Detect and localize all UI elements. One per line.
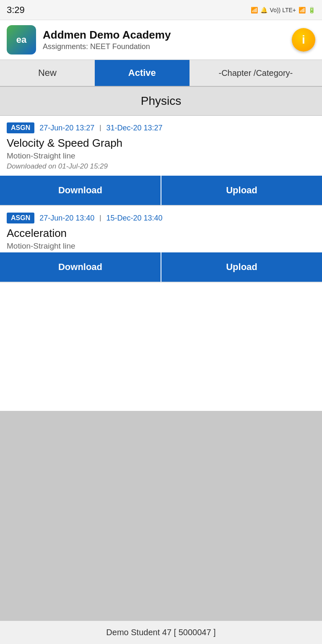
app-header: ea Addmen Demo Academy Assignments: NEET… [0, 20, 322, 60]
download-button-2[interactable]: Download [0, 252, 161, 282]
end-date-2: 15-Dec-20 13:40 [106, 214, 163, 223]
app-title: Addmen Demo Academy [43, 29, 285, 42]
section-header: Physics [0, 87, 322, 116]
assignment-item: ASGN 27-Jun-20 13:40 | 15-Dec-20 13:40 A… [0, 206, 322, 283]
separator-1: | [99, 124, 101, 132]
assignment-category-2: Motion-Straight line [7, 242, 315, 251]
info-button[interactable]: i [292, 28, 315, 52]
network-text: Vo)) LTE+ [270, 7, 296, 13]
asgn-badge-2: ASGN [7, 213, 34, 223]
upload-button-1[interactable]: Upload [161, 176, 322, 205]
status-time: 3:29 [7, 5, 25, 16]
empty-area [0, 411, 322, 621]
signal-icon: 📶 [299, 7, 306, 13]
assignment-meta-2: ASGN 27-Jun-20 13:40 | 15-Dec-20 13:40 [7, 213, 315, 223]
asgn-badge-1: ASGN [7, 122, 34, 133]
footer-text: Demo Student 47 [ 5000047 ] [106, 628, 216, 637]
assignment-title-2: Acceleration [7, 227, 315, 240]
start-date-2: 27-Jun-20 13:40 [39, 214, 94, 223]
upload-button-2[interactable]: Upload [161, 252, 322, 282]
separator-2: | [99, 214, 101, 222]
footer: Demo Student 47 [ 5000047 ] [0, 621, 322, 644]
battery-icon: 🔋 [308, 7, 315, 13]
tab-bar: New Active -Chapter /Category- [0, 60, 322, 87]
downloaded-text-1: Downloaded on 01-Jul-20 15:29 [7, 162, 315, 171]
wifi-icon: 📶 [251, 7, 258, 13]
status-icons: 📶 🔔 Vo)) LTE+ 📶 🔋 [251, 7, 315, 13]
header-text-block: Addmen Demo Academy Assignments: NEET Fo… [43, 29, 285, 51]
section-title: Physics [141, 94, 181, 107]
assignment-meta-1: ASGN 27-Jun-20 13:27 | 31-Dec-20 13:27 [7, 122, 315, 133]
assignment-item: ASGN 27-Jun-20 13:27 | 31-Dec-20 13:27 V… [0, 116, 322, 206]
download-button-1[interactable]: Download [0, 176, 161, 205]
assignment-list: ASGN 27-Jun-20 13:27 | 31-Dec-20 13:27 V… [0, 116, 322, 411]
action-buttons-1: Download Upload [0, 176, 322, 205]
assignment-category-1: Motion-Straight line [7, 151, 315, 161]
start-date-1: 27-Jun-20 13:27 [39, 124, 94, 132]
app-subtitle: Assignments: NEET Foundation [43, 42, 285, 51]
logo-text: ea [16, 35, 26, 44]
bell-icon: 🔔 [260, 7, 267, 13]
action-buttons-2: Download Upload [0, 252, 322, 282]
end-date-1: 31-Dec-20 13:27 [106, 124, 163, 132]
assignment-title-1: Velocity & Speed Graph [7, 137, 315, 150]
tab-category[interactable]: -Chapter /Category- [190, 60, 322, 86]
status-bar: 3:29 📶 🔔 Vo)) LTE+ 📶 🔋 [0, 0, 322, 20]
tab-new[interactable]: New [0, 60, 95, 86]
app-logo: ea [7, 25, 36, 55]
tab-active[interactable]: Active [95, 60, 190, 86]
